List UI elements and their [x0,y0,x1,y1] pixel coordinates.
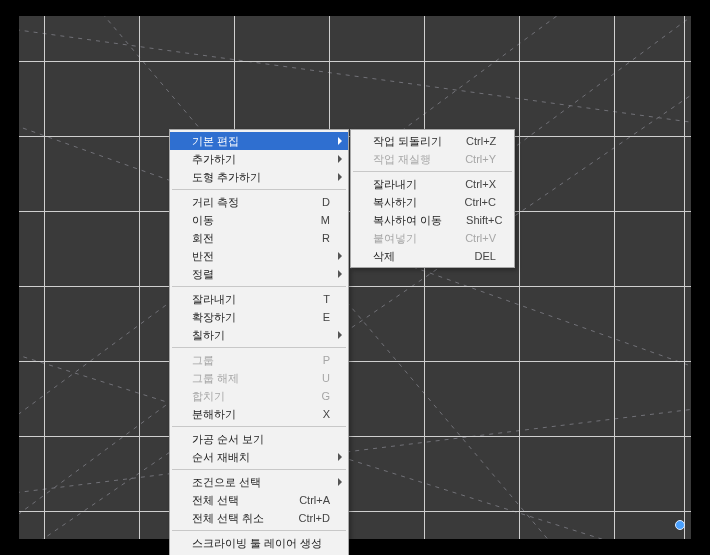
menu-item[interactable]: 정렬 [170,265,348,283]
menu-item[interactable]: 삭제DEL [351,247,514,265]
menu-item-shortcut: E [323,311,330,323]
menu-item[interactable]: 잘라내기T [170,290,348,308]
menu-item-shortcut: R [322,232,330,244]
menu-item-label: 거리 측정 [192,195,298,210]
menu-item[interactable]: 전체 선택Ctrl+A [170,491,348,509]
menu-item[interactable]: 스크라이빙 툴 레이어 생성 [170,534,348,552]
menu-item-shortcut: Ctrl+X [465,178,496,190]
menu-item-label: 작업 되돌리기 [373,134,442,149]
menu-item-shortcut: D [322,196,330,208]
menu-separator [172,469,346,470]
menu-item-label: 전체 선택 [192,493,275,508]
grid-line-h [19,286,691,287]
corner-handle[interactable] [675,520,685,530]
menu-item-label: 합치기 [192,389,297,404]
menu-item-label: 회전 [192,231,298,246]
menu-item-label: 정렬 [192,267,330,282]
menu-item: 붙여넣기Ctrl+V [351,229,514,247]
menu-item-shortcut: DEL [475,250,496,262]
svg-line-7 [19,406,691,496]
menu-item-label: 그룹 [192,353,299,368]
menu-item[interactable]: 칠하기 [170,326,348,344]
menu-separator [172,189,346,190]
menu-separator [172,347,346,348]
menu-item: 그룹P [170,351,348,369]
menu-item-shortcut: Ctrl+A [299,494,330,506]
menu-item-label: 기본 편집 [192,134,330,149]
menu-item-label: 추가하기 [192,152,330,167]
grid-line-h [19,511,691,512]
grid-line-v [44,16,45,539]
menu-separator [172,530,346,531]
menu-item-label: 이동 [192,213,297,228]
menu-item[interactable]: 작업 되돌리기Ctrl+Z [351,132,514,150]
grid-line-h [19,361,691,362]
menu-item-label: 순서 재배치 [192,450,330,465]
menu-item[interactable]: 가공 순서 보기 [170,430,348,448]
grid-line-v [139,16,140,539]
diagonals-overlay [19,16,691,539]
menu-item[interactable]: 분해하기X [170,405,348,423]
menu-item[interactable]: 추가하기 [170,150,348,168]
menu-item[interactable]: 순서 재배치 [170,448,348,466]
grid-line-v [424,16,425,539]
menu-item-shortcut: P [323,354,330,366]
menu-item: 합치기G [170,387,348,405]
grid-line-v [684,16,685,539]
svg-line-6 [19,26,691,126]
menu-item-label: 삭제 [373,249,451,264]
context-menu[interactable]: 기본 편집추가하기도형 추가하기거리 측정D이동M회전R반전정렬잘라내기T확장하… [169,129,349,555]
menu-item: 작업 재실행Ctrl+Y [351,150,514,168]
menu-item: 그룹 해제U [170,369,348,387]
menu-item-shortcut: Ctrl+Z [466,135,496,147]
menu-item[interactable]: 회전R [170,229,348,247]
menu-item-shortcut: U [322,372,330,384]
menu-item-label: 칠하기 [192,328,330,343]
menu-item[interactable]: 기본 편집 [170,132,348,150]
menu-item[interactable]: 복사하기Ctrl+C [351,193,514,211]
menu-item-shortcut: G [321,390,330,402]
menu-item[interactable]: 거리 측정D [170,193,348,211]
grid-line-h [19,436,691,437]
menu-item-shortcut: T [323,293,330,305]
menu-separator [353,171,512,172]
context-submenu[interactable]: 작업 되돌리기Ctrl+Z작업 재실행Ctrl+Y잘라내기Ctrl+X복사하기C… [350,129,515,268]
menu-item-label: 잘라내기 [192,292,299,307]
menu-item[interactable]: 반전 [170,247,348,265]
menu-item-label: 확장하기 [192,310,299,325]
menu-item-label: 분해하기 [192,407,299,422]
menu-item[interactable]: 전체 선택 취소Ctrl+D [170,509,348,527]
menu-item[interactable]: 이동M [170,211,348,229]
menu-item-shortcut: X [323,408,330,420]
menu-separator [172,426,346,427]
menu-item-label: 붙여넣기 [373,231,441,246]
menu-item-label: 잘라내기 [373,177,441,192]
canvas[interactable] [19,16,691,539]
app-frame: 기본 편집추가하기도형 추가하기거리 측정D이동M회전R반전정렬잘라내기T확장하… [17,14,693,541]
menu-item-shortcut: Ctrl+V [465,232,496,244]
svg-line-0 [19,16,691,536]
menu-item-label: 도형 추가하기 [192,170,330,185]
menu-item-shortcut: M [321,214,330,226]
menu-item[interactable]: 확장하기E [170,308,348,326]
menu-item-shortcut: Shift+C [466,214,502,226]
menu-item-label: 반전 [192,249,330,264]
menu-item-label: 조건으로 선택 [192,475,330,490]
menu-separator [172,286,346,287]
menu-item-label: 복사하여 이동 [373,213,442,228]
menu-item[interactable]: 조건으로 선택 [170,473,348,491]
menu-item[interactable]: 복사하여 이동Shift+C [351,211,514,229]
menu-item-label: 그룹 해제 [192,371,298,386]
grid-line-v [614,16,615,539]
grid-line-h [19,61,691,62]
menu-item-label: 작업 재실행 [373,152,441,167]
menu-item-label: 스크라이빙 툴 레이어 생성 [192,536,330,551]
grid-line-v [519,16,520,539]
menu-item-label: 가공 순서 보기 [192,432,330,447]
menu-item-shortcut: Ctrl+Y [465,153,496,165]
menu-item-shortcut: Ctrl+C [465,196,496,208]
menu-item[interactable]: 도형 추가하기 [170,168,348,186]
menu-item[interactable]: 잘라내기Ctrl+X [351,175,514,193]
menu-item-shortcut: Ctrl+D [299,512,330,524]
menu-item-label: 전체 선택 취소 [192,511,275,526]
